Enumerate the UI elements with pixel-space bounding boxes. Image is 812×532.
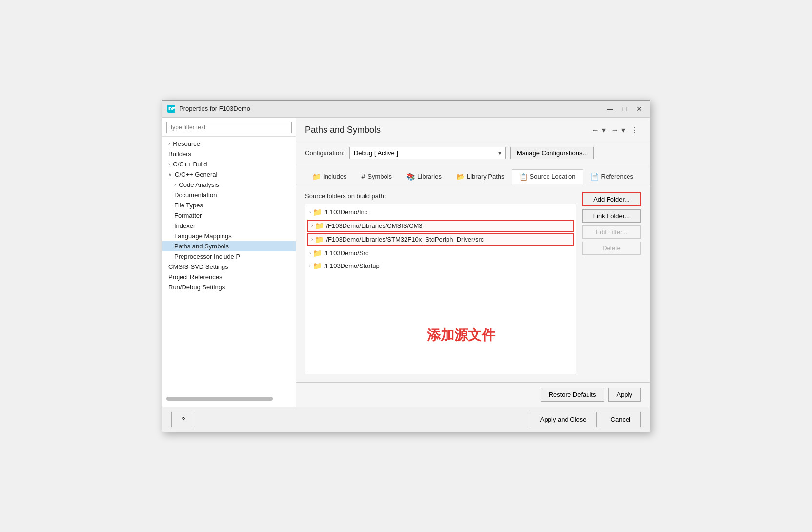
folder-icon: 📁 [313,208,322,217]
apply-and-close-button[interactable]: Apply and Close [530,412,597,427]
link-folder-button[interactable]: Link Folder... [582,209,641,223]
tree-item-formatter[interactable]: Formatter [162,210,296,221]
source-location-tab-icon: 📋 [519,173,528,181]
side-buttons: Add Folder... Link Folder... Edit Filter… [582,192,641,374]
includes-tab-icon: 📁 [312,173,321,181]
library-paths-tab-icon: 📂 [456,173,465,181]
tree-item-preprocessor[interactable]: Preprocessor Include P [162,251,296,262]
references-tab-icon: 📄 [590,173,599,181]
folder-item-stm32-driver[interactable]: › 📁 /F103Demo/Libraries/STM32F10x_StdPer… [307,233,574,246]
properties-dialog: IDE Properties for F103Demo — □ ✕ › Reso… [162,100,650,432]
tree-item-code-analysis[interactable]: › Code Analysis [162,180,296,190]
panel-header: Paths and Symbols ← ▾ → ▾ ⋮ [296,118,650,141]
symbols-tab-icon: # [361,173,365,181]
restore-defaults-button[interactable]: Restore Defaults [541,388,605,402]
folder-icon: 📁 [315,222,324,230]
expand-arrow-icon: › [311,223,313,228]
tab-library-paths[interactable]: 📂 Library Paths [449,169,512,184]
folder-item-src[interactable]: › 📁 /F103Demo/Src [305,247,576,260]
right-panel: Paths and Symbols ← ▾ → ▾ ⋮ Configuratio… [296,118,650,407]
config-select[interactable]: Debug [ Active ] [349,147,506,159]
edit-filter-button[interactable]: Edit Filter... [582,225,641,239]
libraries-tab-icon: 📚 [406,173,415,181]
tree-item-file-types[interactable]: File Types [162,200,296,210]
left-panel: › Resource Builders › C/C++ Build ∨ C/C+… [162,118,296,407]
manage-configurations-button[interactable]: Manage Configurations... [510,147,594,159]
dialog-title: Properties for F103Demo [179,105,601,112]
tree-item-resource[interactable]: › Resource [162,139,296,149]
expand-arrow-icon: › [309,250,311,256]
folder-list: › 📁 /F103Demo/Inc › 📁 /F103Demo/Librarie… [305,204,576,374]
delete-button[interactable]: Delete [582,242,641,255]
tree-item-cpp-general[interactable]: ∨ C/C++ General [162,169,296,180]
folder-item-startup[interactable]: › 📁 /F103Demo/Startup [305,260,576,272]
tree-item-documentation[interactable]: Documentation [162,190,296,200]
configuration-row: Configuration: Debug [ Active ] Manage C… [296,141,650,165]
tree-item-run-debug[interactable]: Run/Debug Settings [162,282,296,292]
maximize-button[interactable]: □ [619,103,630,114]
tabs-row: 📁 Includes # Symbols 📚 Libraries 📂 Libra… [296,165,650,184]
cancel-button[interactable]: Cancel [601,412,641,427]
nav-back-button[interactable]: ← ▾ [589,124,607,136]
header-nav-icons: ← ▾ → ▾ ⋮ [589,124,641,136]
folder-icon: 📁 [313,249,322,258]
folder-list-label: Source folders on build path: [305,192,576,200]
panel-title: Paths and Symbols [305,125,381,135]
tab-references[interactable]: 📄 References [583,169,641,184]
apply-button[interactable]: Apply [608,388,641,402]
tree-item-paths-symbols[interactable]: Paths and Symbols [162,241,296,251]
title-bar: IDE Properties for F103Demo — □ ✕ [162,101,650,118]
dialog-actions: ? Apply and Close Cancel [162,407,650,432]
arrow-icon: › [174,182,176,187]
filter-input-wrap [162,118,296,137]
tree-item-language-mappings[interactable]: Language Mappings [162,231,296,241]
tree-item-cmsis-svd[interactable]: CMSIS-SVD Settings [162,262,296,272]
content-area: Source folders on build path: › 📁 /F103D… [296,184,650,382]
bottom-bar: Restore Defaults Apply [296,382,650,407]
annotation-text: 添加源文件 [427,326,495,345]
help-button[interactable]: ? [171,412,195,427]
minimize-button[interactable]: — [605,103,615,114]
tab-includes[interactable]: 📁 Includes [305,169,354,184]
tree-item-indexer[interactable]: Indexer [162,221,296,231]
window-controls: — □ ✕ [605,103,645,114]
arrow-icon: › [168,162,170,167]
tree-item-builders[interactable]: Builders [162,149,296,159]
folder-item-inc[interactable]: › 📁 /F103Demo/Inc [305,206,576,219]
settings-tree: › Resource Builders › C/C++ Build ∨ C/C+… [162,137,296,395]
expand-arrow-icon: › [309,263,311,268]
scrollbar-thumb[interactable] [166,397,273,401]
tab-libraries[interactable]: 📚 Libraries [399,169,449,184]
add-folder-button[interactable]: Add Folder... [582,192,641,206]
app-icon: IDE [167,105,175,113]
folder-icon: 📁 [315,235,324,244]
tab-symbols[interactable]: # Symbols [354,169,399,184]
menu-button[interactable]: ⋮ [629,124,641,136]
config-select-wrap: Debug [ Active ] [349,147,506,159]
arrow-icon: ∨ [168,172,172,177]
expand-arrow-icon: › [311,237,313,242]
config-label: Configuration: [305,149,345,157]
dialog-body: › Resource Builders › C/C++ Build ∨ C/C+… [162,118,650,407]
expand-arrow-icon: › [309,209,311,215]
search-input[interactable] [166,122,292,133]
folder-item-cmsis-cm3[interactable]: › 📁 /F103Demo/Libraries/CMSIS/CM3 [307,220,574,232]
nav-forward-button[interactable]: → ▾ [609,124,627,136]
close-button[interactable]: ✕ [634,103,645,114]
arrow-icon: › [168,141,170,146]
folder-icon: 📁 [313,262,322,270]
tab-source-location[interactable]: 📋 Source Location [512,169,583,184]
tree-item-cpp-build[interactable]: › C/C++ Build [162,159,296,169]
folder-list-area: Source folders on build path: › 📁 /F103D… [305,192,576,374]
tree-item-project-references[interactable]: Project References [162,272,296,282]
